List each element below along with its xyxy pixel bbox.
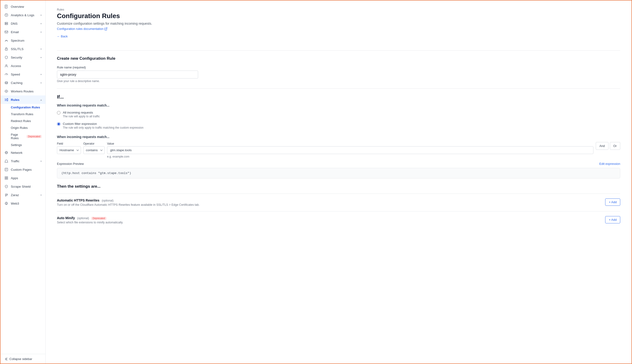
radio-custom-input[interactable]: [57, 122, 61, 126]
then-label: Then the settings are...: [57, 184, 620, 189]
or-button[interactable]: Or: [610, 142, 620, 150]
sidebar-item-label: Overview: [11, 5, 24, 8]
svg-point-11: [6, 50, 7, 50]
chart-icon: [4, 13, 9, 17]
sidebar-item-rules[interactable]: Rules ▴: [1, 96, 46, 104]
sidebar-item-apps[interactable]: Apps: [1, 174, 46, 182]
chevron-up-icon: ▴: [41, 98, 42, 101]
back-link[interactable]: ← Back: [57, 34, 68, 38]
collapse-sidebar-button[interactable]: Collapse sidebar: [1, 354, 46, 364]
collapse-icon: [4, 357, 8, 361]
spectrum-icon: [4, 38, 9, 42]
sidebar-item-label: Zaraz: [11, 193, 19, 197]
sidebar-item-web3[interactable]: Web3: [1, 199, 46, 208]
chevron-down-icon: ▾: [41, 14, 42, 16]
sidebar-item-zaraz[interactable]: Zaraz ▾: [1, 191, 46, 199]
and-button[interactable]: And: [596, 142, 608, 150]
sidebar-item-spectrum[interactable]: Spectrum: [1, 36, 46, 45]
svg-rect-24: [7, 176, 8, 178]
https-add-button[interactable]: + Add: [605, 198, 620, 206]
auto-minify-desc: Select which file extensions to minify a…: [57, 221, 123, 224]
auto-minify-add-button[interactable]: + Add: [605, 216, 620, 224]
svg-rect-26: [7, 178, 8, 180]
sidebar-item-scrape-shield[interactable]: Scrape Shield: [1, 182, 46, 191]
sidebar-sub-item-configuration-rules[interactable]: Configuration Rules: [11, 104, 46, 111]
speed-icon: [4, 72, 9, 76]
radio-all-label[interactable]: All incoming requests: [63, 111, 93, 114]
sidebar-sub-item-origin-rules[interactable]: Origin Rules: [11, 124, 46, 131]
sidebar-item-analytics-logs[interactable]: Analytics & Logs ▾: [1, 11, 46, 19]
svg-point-15: [6, 91, 7, 92]
sidebar-item-label: Security: [11, 56, 22, 59]
sidebar-item-speed[interactable]: Speed ▾: [1, 70, 46, 78]
radio-all-desc: The rule will apply to all traffic: [63, 115, 100, 118]
doc-link[interactable]: Configuration rules documentation: [57, 27, 107, 30]
sidebar-item-label: SSL/TLS: [11, 47, 24, 51]
sidebar-item-network[interactable]: Network: [1, 148, 46, 157]
radio-all-input[interactable]: [57, 111, 61, 114]
sidebar-item-email[interactable]: Email ▾: [1, 28, 46, 36]
shield-icon: [4, 55, 9, 60]
operator-col: Operator contains: [83, 142, 105, 154]
sidebar-item-access[interactable]: Access: [1, 62, 46, 70]
when-match-label2: When incoming requests match...: [57, 135, 620, 139]
sidebar-item-overview[interactable]: Overview: [1, 2, 46, 11]
auto-minify-info: Auto Minify (optional) Deprecated Select…: [57, 216, 123, 224]
sidebar-item-label: Access: [11, 64, 21, 68]
sidebar-sub-item-redirect-rules[interactable]: Redirect Rules: [11, 118, 46, 124]
apps-icon: [4, 176, 9, 180]
edit-expression-link[interactable]: Edit expression: [599, 162, 620, 166]
expression-preview-header: Expression Preview Edit expression: [57, 162, 620, 166]
operator-select[interactable]: contains: [83, 146, 105, 154]
traffic-icon: [4, 159, 9, 163]
sidebar-item-caching[interactable]: Caching ▾: [1, 78, 46, 87]
auto-minify-label: Auto Minify (optional) Deprecated: [57, 216, 123, 220]
operator-col-label: Operator: [83, 142, 105, 145]
sidebar-item-ssl-tls[interactable]: SSL/TLS ▾: [1, 45, 46, 53]
field-col: Field Hostname: [57, 142, 81, 154]
zaraz-icon: [4, 193, 9, 197]
sidebar-item-security[interactable]: Security ▾: [1, 53, 46, 62]
sidebar-sub-item-settings[interactable]: Settings: [11, 142, 46, 148]
rule-name-input[interactable]: [57, 70, 198, 78]
chevron-down-icon: ▾: [41, 31, 42, 34]
radio-custom-label[interactable]: Custom filter expression: [63, 122, 97, 126]
radio-group: All incoming requests The rule will appl…: [57, 110, 620, 129]
filter-row: Field Hostname Operator contains Value e…: [57, 142, 620, 158]
auto-minify-optional: (optional): [77, 216, 89, 220]
sidebar-item-workers-routes[interactable]: Workers Routes: [1, 87, 46, 96]
if-label: If...: [57, 94, 620, 100]
svg-rect-23: [5, 176, 6, 178]
sidebar-sub-item-page-rules[interactable]: Page Rules Deprecated: [11, 131, 46, 142]
sidebar-item-label: Workers Routes: [11, 90, 34, 93]
sidebar-item-label: Spectrum: [11, 39, 25, 42]
deprecated-badge: Deprecated: [27, 135, 42, 138]
page-title: Configuration Rules: [57, 12, 620, 20]
sidebar-item-label: Analytics & Logs: [11, 14, 34, 17]
sidebar-item-custom-pages[interactable]: Custom Pages: [1, 165, 46, 174]
breadcrumb: Rules: [57, 8, 620, 11]
email-icon: [4, 30, 9, 34]
svg-marker-16: [7, 98, 8, 101]
collapse-sidebar-label: Collapse sidebar: [10, 357, 32, 361]
sidebar-nav: Overview Analytics & Logs ▾ DNS ▾ Email …: [1, 0, 46, 354]
sidebar-item-label: Caching: [11, 81, 23, 85]
sidebar-item-label: Speed: [11, 73, 20, 76]
https-optional-label: (optional): [102, 199, 113, 202]
value-input[interactable]: [107, 146, 593, 154]
https-rewrites-desc: Turn on or off the Cloudflare Automatic …: [57, 203, 200, 206]
network-icon: [4, 150, 9, 155]
sidebar-item-traffic[interactable]: Traffic ▾: [1, 157, 46, 165]
value-hint: e.g. example.com: [107, 155, 593, 158]
sidebar-item-label: Apps: [11, 176, 18, 180]
rule-name-label: Rule name (required): [57, 66, 620, 69]
sidebar-sub-item-transform-rules[interactable]: Transform Rules: [11, 111, 46, 118]
svg-point-28: [5, 202, 8, 205]
sidebar-item-dns[interactable]: DNS ▾: [1, 19, 46, 28]
sidebar-item-label: Custom Pages: [11, 168, 32, 172]
field-select[interactable]: Hostname: [57, 146, 81, 154]
svg-point-13: [5, 82, 8, 82]
rules-sub-menu: Configuration Rules Transform Rules Redi…: [1, 104, 46, 148]
sidebar-item-label: Rules: [11, 98, 20, 102]
caching-icon: [4, 81, 9, 85]
